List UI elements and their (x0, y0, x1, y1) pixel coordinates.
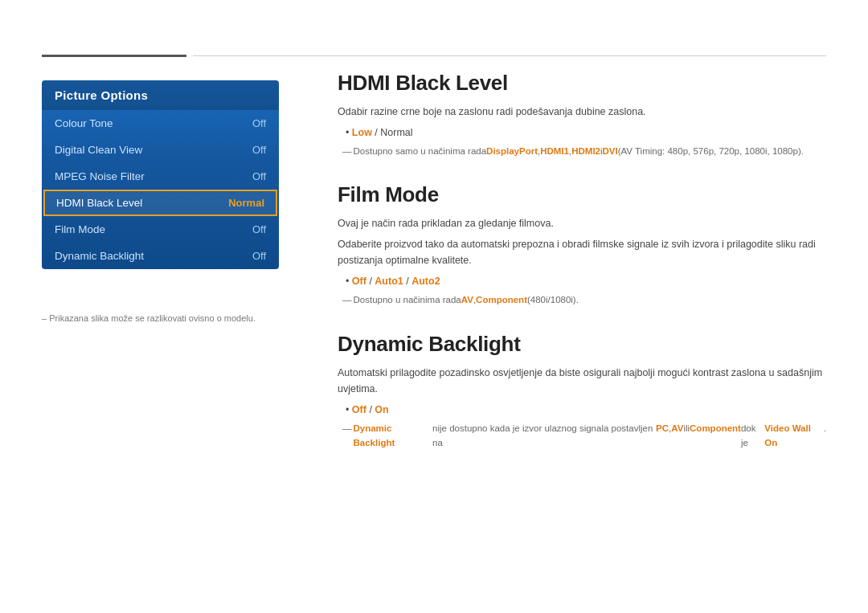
section-film-mode: Film ModeOvaj je način rada prikladan za… (338, 182, 826, 307)
orange-link: Component (690, 421, 741, 435)
section-desc: Automatski prilagodite pozadinsko osvjet… (338, 365, 826, 397)
menu-item-dynamic-backlight[interactable]: Dynamic BacklightOff (42, 243, 279, 269)
menu-item-hdmi-black-level[interactable]: HDMI Black LevelNormal (43, 190, 277, 216)
section-title-film-mode: Film Mode (338, 182, 826, 207)
plain-text: / (366, 276, 375, 287)
menu-title: Picture Options (42, 80, 279, 110)
menu-item-value: Normal (228, 197, 264, 209)
orange-link: Auto1 (375, 276, 403, 287)
orange-link: DisplayPort (486, 144, 538, 158)
section-dynamic-backlight: Dynamic BacklightAutomatski prilagodite … (338, 332, 826, 451)
orange-link: HDMI2 (571, 144, 600, 158)
plain-text: / (403, 276, 411, 287)
plain-text: Normal (380, 127, 412, 138)
section-desc: Ovaj je način rada prikladan za gledanje… (338, 215, 826, 231)
orange-link: Video Wall On (764, 421, 823, 451)
plain-text: dok je (741, 421, 764, 451)
menu-item-value: Off (252, 170, 266, 182)
menu-item-label: Digital Clean View (55, 144, 142, 156)
menu-item-label: HDMI Black Level (56, 197, 142, 209)
menu-item-value: Off (252, 250, 266, 262)
top-divider (42, 55, 826, 57)
menu-item-film-mode[interactable]: Film ModeOff (42, 216, 279, 243)
divider-dark (42, 55, 186, 57)
note-line: Dostupno samo u načinima rada DisplayPor… (342, 144, 826, 158)
orange-link: Dynamic Backlight (354, 421, 433, 451)
orange-link: Auto2 (411, 276, 440, 287)
menu-item-value: Off (252, 117, 266, 129)
bullet-item: Off / On (346, 402, 826, 418)
menu-item-value: Off (252, 144, 266, 156)
orange-link: HDMI1 (540, 144, 569, 158)
plain-text: Dostupno u načinima rada (354, 292, 461, 307)
section-hdmi-black-level: HDMI Black LevelOdabir razine crne boje … (338, 71, 826, 158)
orange-link: Off (352, 276, 366, 287)
orange-link: AV (461, 292, 473, 307)
menu-item-digital-clean-view[interactable]: Digital Clean ViewOff (42, 137, 279, 163)
menu-item-colour-tone[interactable]: Colour ToneOff (42, 110, 279, 137)
section-desc: Odaberite proizvod tako da automatski pr… (338, 236, 826, 268)
section-desc: Odabir razine crne boje na zaslonu radi … (338, 104, 826, 120)
plain-text: Dostupno samo u načinima rada (354, 144, 487, 158)
menu-item-value: Off (252, 223, 266, 235)
plain-text: / (372, 127, 380, 138)
plain-text: / (366, 404, 375, 415)
panel-note: Prikazana slika može se razlikovati ovis… (42, 313, 256, 323)
menu-item-label: Colour Tone (55, 117, 113, 129)
left-panel: Picture Options Colour ToneOffDigital Cl… (42, 80, 279, 269)
orange-link: DVI (603, 144, 618, 158)
menu-items-list: Colour ToneOffDigital Clean ViewOffMPEG … (42, 110, 279, 269)
orange-link: On (375, 404, 388, 415)
orange-link: Off (352, 404, 366, 415)
bullet-item: Off / Auto1 / Auto2 (346, 273, 826, 289)
plain-text: nije dostupno kada je izvor ulaznog sign… (432, 421, 656, 451)
menu-item-label: MPEG Noise Filter (55, 170, 145, 182)
plain-text: (480i/1080i). (527, 292, 579, 307)
orange-link: Low (352, 127, 372, 138)
menu-item-label: Film Mode (55, 223, 105, 235)
plain-text: (AV Timing: 480p, 576p, 720p, 1080i, 108… (618, 144, 804, 158)
section-title-dynamic-backlight: Dynamic Backlight (338, 332, 826, 357)
orange-link: PC (656, 421, 669, 435)
plain-text: ili (683, 421, 690, 435)
orange-link: Component (476, 292, 527, 307)
orange-link: AV (671, 421, 683, 435)
menu-item-label: Dynamic Backlight (55, 250, 144, 262)
note-line: Dynamic Backlight nije dostupno kada je … (342, 421, 826, 451)
plain-text: . (824, 421, 826, 435)
bullet-item: Low / Normal (346, 125, 826, 141)
menu-box: Picture Options Colour ToneOffDigital Cl… (42, 80, 279, 269)
section-title-hdmi-black-level: HDMI Black Level (338, 71, 826, 96)
right-content: HDMI Black LevelOdabir razine crne boje … (338, 71, 826, 475)
divider-light (193, 55, 826, 56)
menu-item-mpeg-noise-filter[interactable]: MPEG Noise FilterOff (42, 163, 279, 190)
note-line: Dostupno u načinima rada AV, Component (… (342, 292, 826, 307)
